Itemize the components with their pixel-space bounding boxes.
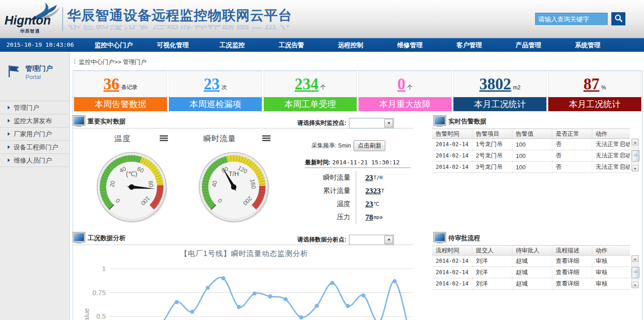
nav-item-product-management[interactable]: 产品管理 bbox=[499, 38, 558, 52]
table-row: 2014-02-14 刘洋 赵城 查看详细 审核 bbox=[432, 267, 630, 278]
stat-label: 本周告警数据 bbox=[74, 97, 167, 111]
nav-item-customer-management[interactable]: 客户管理 bbox=[439, 38, 499, 52]
search-button[interactable] bbox=[611, 12, 625, 25]
analysis-point-select-row: 请选择数据分析点:▼ bbox=[297, 235, 394, 245]
cell-flow-action[interactable]: 审核 bbox=[592, 278, 630, 290]
stat-value[interactable]: 3802 bbox=[479, 76, 511, 92]
cell-flow-action[interactable]: 审核 bbox=[592, 256, 630, 267]
chart-menu-icon[interactable] bbox=[160, 135, 168, 137]
cell-alarm-action[interactable]: 无法正常启动 bbox=[592, 162, 630, 173]
approval-table-scrollbar[interactable]: ▲ ▼ bbox=[631, 255, 639, 288]
scroll-down-icon[interactable]: ▼ bbox=[632, 282, 639, 288]
chart-menu-icon[interactable] bbox=[262, 135, 270, 137]
col-flow-time: 流程时间 bbox=[432, 246, 472, 256]
scroll-up-icon[interactable]: ▲ bbox=[632, 139, 639, 145]
search-input[interactable] bbox=[535, 13, 608, 25]
nav-item-maintenance-management[interactable]: 维修管理 bbox=[380, 38, 440, 52]
scroll-down-icon[interactable]: ▼ bbox=[632, 165, 639, 172]
scroll-thumb[interactable] bbox=[632, 267, 639, 278]
realtime-panel-title: 重要实时数据 bbox=[88, 118, 126, 126]
stat-value[interactable]: 0 bbox=[398, 76, 406, 92]
stat-label: 本月工况统计 bbox=[548, 97, 641, 111]
monitor-icon bbox=[434, 232, 446, 242]
cell-flow-time: 2014-02-14 bbox=[432, 278, 472, 290]
nav-item-remote-control[interactable]: 远程控制 bbox=[321, 38, 380, 52]
reading-name: 压力 bbox=[305, 213, 350, 222]
cell-alarm-time: 2014-02-14 bbox=[432, 150, 472, 162]
reading-value[interactable]: 78 bbox=[365, 213, 373, 222]
stat-value[interactable]: 23 bbox=[204, 76, 220, 92]
sidebar-item-equipment-engineer-portal[interactable]: 设备工程师门户 bbox=[0, 141, 70, 154]
reading-unit: mpa bbox=[374, 214, 383, 220]
arrow-right-icon bbox=[8, 119, 10, 123]
cell-alarm-action[interactable]: 无法正常启动 bbox=[592, 139, 630, 150]
reading-row-pressure: 压力 78 mpa bbox=[305, 211, 411, 224]
stat-unit: 个 bbox=[320, 84, 326, 91]
flag-icon bbox=[6, 64, 20, 78]
cell-flow-action[interactable]: 审核 bbox=[592, 267, 630, 278]
latest-time-value: 2014-11-21 15:30:12 bbox=[332, 159, 400, 166]
reading-value[interactable]: 23 bbox=[365, 200, 373, 209]
arrow-right-icon bbox=[8, 158, 10, 162]
alarm-panel-header: 实时告警数据 bbox=[431, 116, 642, 128]
cell-alarm-time: 2014-02-14 bbox=[432, 162, 472, 173]
stat-value[interactable]: 87 bbox=[584, 76, 600, 92]
reading-divider bbox=[356, 184, 356, 197]
reading-value[interactable]: 2323 bbox=[365, 187, 381, 196]
latest-time: 最新时间: 2014-11-21 15:30:12 bbox=[305, 158, 400, 167]
chevron-down-icon: ▼ bbox=[384, 236, 393, 244]
nav-item-condition-monitoring[interactable]: 工况监控 bbox=[202, 38, 262, 52]
collect-frequency: 采集频率: 5min点击刷新 bbox=[311, 140, 385, 151]
cell-submitter: 刘洋 bbox=[472, 278, 512, 290]
logo[interactable]: Hignton 华辰智通 bbox=[5, 2, 61, 36]
table-row: 2014-02-14 2号龙门吊 100 否 无法正常启动 bbox=[432, 150, 630, 162]
scroll-up-icon[interactable]: ▲ bbox=[632, 256, 639, 262]
col-submitter: 提交人 bbox=[472, 246, 512, 256]
cell-flow-desc[interactable]: 查看详细 bbox=[552, 256, 592, 267]
nav-item-visual-management[interactable]: 可视化管理 bbox=[143, 38, 203, 52]
sidebar-item-admin-portal[interactable]: 管理门户 bbox=[0, 101, 70, 114]
scroll-thumb[interactable] bbox=[632, 150, 639, 162]
nav-items: 监控中心门户 可视化管理 工况监控 工况告警 远程控制 维修管理 客户管理 产品… bbox=[84, 38, 617, 52]
cell-flow-time: 2014-02-14 bbox=[432, 256, 472, 267]
alarm-table-scrollbar[interactable]: ▲ ▼ bbox=[631, 138, 639, 171]
cell-submitter: 刘洋 bbox=[472, 256, 512, 267]
sidebar-item-factory-user-portal[interactable]: 厂家用户门户 bbox=[0, 128, 70, 141]
sidebar-item-label: 设备工程师门户 bbox=[14, 143, 58, 151]
analysis-point-select[interactable]: ▼ bbox=[349, 235, 394, 245]
reading-value[interactable]: 23 bbox=[365, 173, 373, 182]
stat-card-monthly-condition-pct: 87% 本月工况统计 bbox=[548, 71, 641, 112]
sidebar-item-monitor-screen-publish[interactable]: 监控大屏发布 bbox=[0, 114, 70, 128]
app-header: Hignton 华辰智通 华辰智通设备远程监控物联网云平台 华辰智通设备远程监控… bbox=[0, 0, 644, 38]
cell-flow-desc[interactable]: 查看详细 bbox=[552, 278, 592, 290]
cell-flow-desc[interactable]: 查看详细 bbox=[552, 267, 592, 278]
svg-text:T/H: T/H bbox=[229, 170, 239, 177]
nav-item-condition-alarm[interactable]: 工况告警 bbox=[262, 38, 321, 52]
chevron-down-icon: ▼ bbox=[384, 119, 393, 128]
stat-value[interactable]: 234 bbox=[295, 76, 319, 92]
reading-divider bbox=[356, 197, 356, 211]
svg-text:40: 40 bbox=[211, 180, 218, 188]
approval-panel-title: 待审批流程 bbox=[448, 234, 480, 242]
monitor-icon bbox=[73, 232, 85, 242]
reading-unit: T bbox=[381, 188, 384, 194]
cell-alarm-action[interactable]: 无法正常启动 bbox=[592, 150, 630, 162]
analysis-panel-title: 工况数据分析 bbox=[88, 234, 126, 242]
refresh-button[interactable]: 点击刷新 bbox=[354, 140, 385, 151]
stat-value[interactable]: 36 bbox=[103, 76, 119, 92]
svg-text:0.75: 0.75 bbox=[93, 289, 106, 296]
breadcrumb: 监控中心门户>> 管理门户 bbox=[74, 58, 147, 66]
col-flow-desc: 流程描述 bbox=[552, 246, 592, 256]
stat-unit: % bbox=[601, 84, 606, 91]
stat-label: 本周巡检漏项 bbox=[169, 97, 262, 111]
cell-alarm-normal: 否 bbox=[552, 162, 592, 173]
nav-item-system-management[interactable]: 系统管理 bbox=[558, 38, 618, 52]
svg-text:(℃): (℃) bbox=[126, 170, 137, 177]
temperature-gauge: 020406080100(℃) bbox=[95, 151, 168, 223]
monitor-point-select[interactable]: ▼ bbox=[349, 118, 394, 128]
sidebar-item-maintenance-staff-portal[interactable]: 维修人员门户 bbox=[0, 154, 70, 167]
logo-name: Hignton bbox=[5, 14, 51, 28]
col-approver: 待审批人 bbox=[512, 246, 552, 256]
svg-text:0.5: 0.5 bbox=[96, 312, 106, 320]
nav-item-monitor-center-portal[interactable]: 监控中心门户 bbox=[84, 38, 143, 52]
